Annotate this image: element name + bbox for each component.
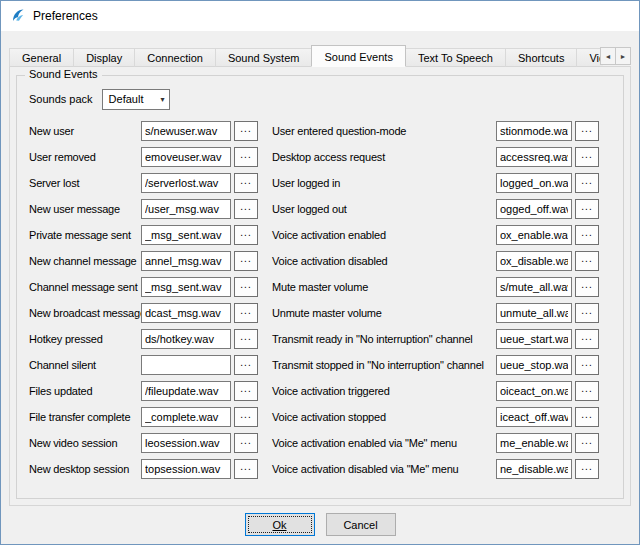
browse-button[interactable]: ... [575,381,599,401]
browse-button[interactable]: ... [234,225,258,245]
browse-button[interactable]: ... [234,173,258,193]
sound-file-input[interactable] [141,433,231,453]
tab-scroll-right-button[interactable]: ► [615,47,631,65]
sound-event-row: Voice activation disabled via "Me" menu.… [272,456,599,482]
browse-button[interactable]: ... [234,433,258,453]
browse-button[interactable]: ... [234,251,258,271]
sound-file-input[interactable] [141,459,231,479]
sound-event-label: Voice activation enabled [272,229,496,241]
browse-button[interactable]: ... [234,329,258,349]
sound-file-input[interactable] [141,225,231,245]
tab-shortcuts[interactable]: Shortcuts [505,48,577,67]
sound-file-input[interactable] [141,355,231,375]
tab-general[interactable]: General [9,48,74,67]
sound-event-label: User logged out [272,203,496,215]
sound-event-row: New channel message... [29,248,258,274]
browse-button[interactable]: ... [575,407,599,427]
sound-file-input[interactable] [496,407,572,427]
browse-button[interactable]: ... [234,147,258,167]
sound-file-input[interactable] [496,251,572,271]
sound-file-input[interactable] [496,173,572,193]
browse-button[interactable]: ... [575,277,599,297]
browse-button[interactable]: ... [575,355,599,375]
sound-file-input[interactable] [496,277,572,297]
browse-button[interactable]: ... [234,407,258,427]
sound-file-input[interactable] [141,121,231,141]
browse-button[interactable]: ... [575,225,599,245]
ok-button[interactable]: Ok [245,513,315,536]
sound-file-input[interactable] [141,303,231,323]
sound-file-input[interactable] [496,199,572,219]
sound-file-input[interactable] [141,381,231,401]
browse-button[interactable]: ... [234,303,258,323]
sound-event-row: Voice activation enabled via "Me" menu..… [272,430,599,456]
tab-connection[interactable]: Connection [134,48,216,67]
sound-event-row: Transmit stopped in "No interruption" ch… [272,352,599,378]
sound-event-row: New broadcast message... [29,300,258,326]
sound-file-input[interactable] [496,303,572,323]
browse-button[interactable]: ... [575,459,599,479]
sound-file-input[interactable] [496,459,572,479]
sound-file-input[interactable] [141,407,231,427]
sound-file-input[interactable] [141,199,231,219]
sound-event-row: Files updated... [29,378,258,404]
sound-file-input[interactable] [496,225,572,245]
sound-file-input[interactable] [496,381,572,401]
sound-event-row: Voice activation stopped... [272,404,599,430]
browse-button[interactable]: ... [575,173,599,193]
browse-button[interactable]: ... [575,147,599,167]
tab-scroll-control: ◄ ► [600,47,631,65]
browse-button[interactable]: ... [575,121,599,141]
tab-scroll-left-button[interactable]: ◄ [600,47,616,65]
browse-button[interactable]: ... [234,277,258,297]
sound-file-input[interactable] [141,251,231,271]
sound-event-row: User removed... [29,144,258,170]
browse-button[interactable]: ... [575,251,599,271]
sound-event-label: Channel silent [29,359,141,371]
browse-button[interactable]: ... [234,381,258,401]
tab-video[interactable]: Video [576,48,603,67]
browse-button[interactable]: ... [575,433,599,453]
sound-event-label: Private message sent [29,229,141,241]
cancel-button[interactable]: Cancel [326,513,396,536]
sound-event-row: Hotkey pressed... [29,326,258,352]
sounds-pack-value: Default [109,93,144,105]
sound-event-label: New desktop session [29,463,141,475]
sound-file-input[interactable] [496,433,572,453]
sound-event-label: Transmit ready in "No interruption" chan… [272,333,496,345]
sound-event-row: Mute master volume... [272,274,599,300]
app-icon [10,8,26,24]
sound-event-row: Voice activation disabled... [272,248,599,274]
window-title: Preferences [33,9,98,23]
sound-file-input[interactable] [496,121,572,141]
browse-button[interactable]: ... [575,199,599,219]
sound-event-label: New video session [29,437,141,449]
sound-file-input[interactable] [141,173,231,193]
sounds-pack-combobox[interactable]: Default ▾ [102,89,170,110]
sound-file-input[interactable] [496,329,572,349]
tab-display[interactable]: Display [73,48,135,67]
groupbox-title: Sound Events [25,68,102,80]
browse-button[interactable]: ... [234,121,258,141]
browse-button[interactable]: ... [575,303,599,323]
sound-file-input[interactable] [141,277,231,297]
sound-event-row: File transfer complete... [29,404,258,430]
sound-event-row: Voice activation triggered... [272,378,599,404]
sound-file-input[interactable] [141,329,231,349]
sound-events-groupbox: Sound Events Sounds pack Default ▾ New u… [16,75,624,499]
sound-file-input[interactable] [141,147,231,167]
browse-button[interactable]: ... [234,355,258,375]
tab-sound-events[interactable]: Sound Events [311,45,406,67]
sound-event-row: Server lost... [29,170,258,196]
browse-button[interactable]: ... [234,459,258,479]
browse-button[interactable]: ... [575,329,599,349]
chevron-down-icon: ▾ [161,95,165,104]
sound-event-row: Channel message sent... [29,274,258,300]
browse-button[interactable]: ... [234,199,258,219]
sound-file-input[interactable] [496,355,572,375]
tab-text-to-speech[interactable]: Text To Speech [405,48,506,67]
tab-sound-system[interactable]: Sound System [215,48,313,67]
sound-file-input[interactable] [496,147,572,167]
sound-event-label: Voice activation disabled via "Me" menu [272,463,496,475]
dialog-button-row: Ok Cancel [1,513,639,536]
